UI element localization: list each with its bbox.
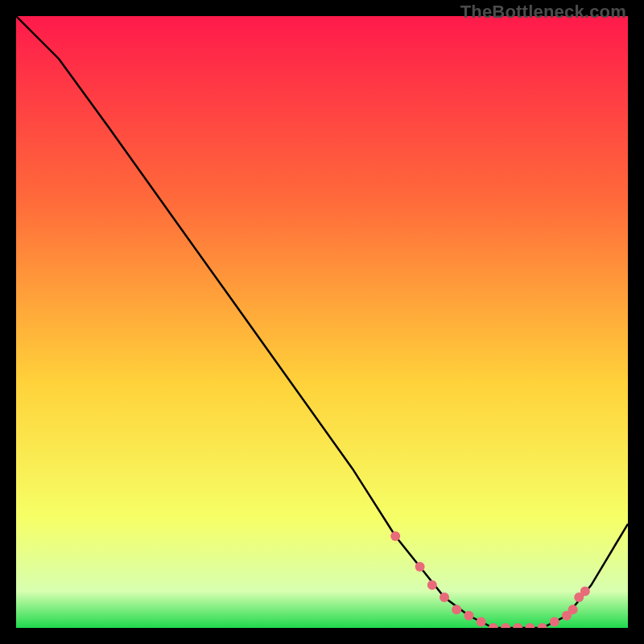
marker-point [477, 617, 486, 626]
marker-point [452, 605, 461, 614]
marker-point [464, 611, 473, 621]
bottleneck-chart [16, 16, 628, 628]
marker-point [580, 586, 590, 596]
marker-point [427, 580, 437, 590]
marker-point [415, 562, 425, 572]
chart-frame [16, 16, 628, 628]
watermark-text: TheBottleneck.com [460, 2, 626, 23]
marker-point [550, 617, 559, 626]
gradient-background [16, 16, 628, 628]
marker-point [390, 531, 400, 541]
marker-point [568, 605, 578, 614]
marker-point [440, 592, 449, 602]
